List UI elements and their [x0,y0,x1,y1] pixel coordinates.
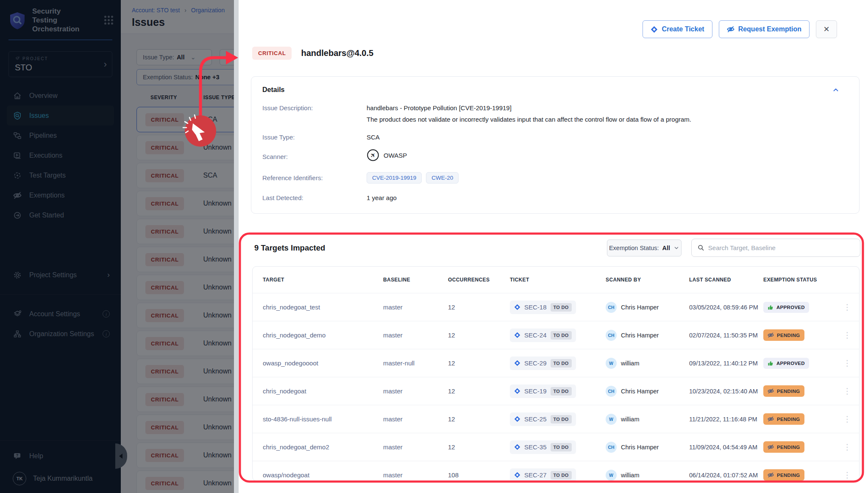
sidebar-nav: Overview Issues Pipelines Executions Tes… [0,86,121,344]
app-title: Security Testing Orchestration [32,7,87,33]
sidebar-header: Security Testing Orchestration [0,0,121,33]
issue-row[interactable]: CRITICALUnknown [136,219,234,244]
sidebar-item-exemptions[interactable]: Exemptions [7,185,114,205]
row-menu-button[interactable]: ⋮ [835,304,859,310]
sidebar-item-pipelines[interactable]: Pipelines [7,125,114,145]
severity-badge: CRITICAL [145,281,184,294]
eye-slash-icon [727,25,734,33]
issue-row[interactable]: CRITICALUnknown [136,247,234,272]
severity-badge: CRITICAL [145,141,184,154]
targets-table: TARGET BASELINE OCCURRENCES TICKET SCANN… [252,266,860,481]
breadcrumb-account[interactable]: Account: STO test [132,7,180,14]
app-window: Security Testing Orchestration PROJECT S… [0,0,868,493]
exemption-status-badge: PENDING [763,413,804,425]
search-icon [698,244,704,251]
get-started-icon [13,211,22,220]
sidebar-item-overview[interactable]: Overview [7,86,114,106]
search-input[interactable] [708,244,854,251]
issue-row[interactable]: CRITICALUnknown [136,415,234,440]
issue-row[interactable]: CRITICALSCA [136,107,234,132]
severity-badge: CRITICAL [252,47,292,60]
table-row[interactable]: chris_nodegoat master 12 SEC-19TO DO CHC… [253,377,859,405]
sidebar-item-test-targets[interactable]: Test Targets [7,165,114,185]
drawer-scrollbar[interactable] [234,0,239,493]
ticket-status-badge: TO DO [551,443,572,451]
issue-row[interactable]: CRITICALSCA [136,163,234,188]
issue-row[interactable]: CRITICALUnknown [136,275,234,300]
issue-row[interactable]: CRITICALUnknown [136,135,234,160]
ticket-status-badge: TO DO [551,471,572,479]
close-button[interactable]: ✕ [816,20,837,38]
ticket-link[interactable]: SEC-25TO DO [510,412,576,426]
ticket-link[interactable]: SEC-18TO DO [510,301,576,314]
eye-slash-icon [768,416,774,422]
executions-icon [13,151,22,160]
ticket-link[interactable]: SEC-27TO DO [510,468,576,482]
avatar: W [606,414,617,425]
sidebar-item-account-settings[interactable]: Account Settings i [7,304,114,324]
svg-text:✈: ✈ [368,150,377,159]
module-grid-icon[interactable] [104,16,113,25]
issue-row[interactable]: CRITICALUnknown [136,471,234,493]
breadcrumb-organization[interactable]: Organization [191,7,225,14]
sidebar-item-project-settings[interactable]: Project Settings › [7,265,114,285]
home-icon [13,91,22,100]
column-scanned-by: SCANNED BY [606,277,689,283]
table-row[interactable]: owasp_nodegoooot master-null 12 SEC-29TO… [253,349,859,377]
user-menu[interactable]: TK Teja Kummarikuntla [13,472,114,485]
create-ticket-button[interactable]: Create Ticket [643,20,712,38]
field-last-detected: Last Detected: 1 year ago [262,194,848,201]
issue-row[interactable]: CRITICALUnknown [136,443,234,468]
severity-badge: CRITICAL [145,169,184,182]
divider [0,294,121,295]
row-menu-button[interactable]: ⋮ [835,416,859,422]
issue-type-filter[interactable]: Issue Type: All ⌄ [136,49,212,65]
row-menu-button[interactable]: ⋮ [835,444,859,450]
target-filter[interactable]: Targ [220,49,234,65]
help-button[interactable]: Help [7,446,114,466]
table-row[interactable]: chris_nodegoat_demo master 12 SEC-24TO D… [253,321,859,349]
eye-slash-icon [13,191,22,200]
sidebar-item-get-started[interactable]: Get Started [7,205,114,225]
column-target: TARGET [263,277,383,283]
issue-row[interactable]: CRITICALUnknown [136,359,234,384]
issues-table-header: SEVERITY ISSUE TYPE [136,95,234,101]
eye-slash-icon [768,472,774,478]
sidebar-item-executions[interactable]: Executions [7,145,114,165]
table-row[interactable]: chris_nodegoat_demo2 master 12 SEC-35TO … [253,433,859,461]
collapse-section-button[interactable] [832,86,840,95]
shield-search-icon [13,111,22,120]
exemption-status-badge: PENDING [763,469,804,481]
reference-chip[interactable]: CVE-2019-19919 [367,172,422,184]
ticket-link[interactable]: SEC-24TO DO [510,329,576,342]
issue-row[interactable]: CRITICALUnknown [136,387,234,412]
issue-row[interactable]: CRITICALUnknown [136,191,234,216]
reference-chip[interactable]: CWE-20 [426,172,459,184]
row-menu-button[interactable]: ⋮ [835,472,859,478]
ticket-link[interactable]: SEC-19TO DO [510,384,576,398]
sidebar-item-issues[interactable]: Issues [7,106,114,125]
issues-page: Account: STO test › Organization Issues … [121,0,234,493]
issue-row[interactable]: CRITICALUnknown [136,303,234,328]
exemption-status-dropdown[interactable]: Exemption Status: All [607,240,682,256]
row-menu-button[interactable]: ⋮ [835,388,859,394]
issues-rows: CRITICALSCA CRITICALUnknown CRITICALSCA … [136,107,234,493]
ticket-link[interactable]: SEC-29TO DO [510,357,576,370]
info-icon: i [103,330,110,337]
request-exemption-button[interactable]: Request Exemption [719,20,810,38]
severity-badge: CRITICAL [145,225,184,238]
row-menu-button[interactable]: ⋮ [835,332,859,338]
sidebar-item-organization-settings[interactable]: Organization Settings i [7,324,114,344]
field-issue-description: Issue Description: handlebars - Prototyp… [262,104,848,111]
table-row[interactable]: sto-4836-null-issues-null master 12 SEC-… [253,405,859,433]
ticket-link[interactable]: SEC-35TO DO [510,440,576,454]
sidebar-footer: Help TK Teja Kummarikuntla [0,440,121,493]
issue-row[interactable]: CRITICALUnknown [136,331,234,356]
exemption-status-badge: PENDING [763,441,804,453]
exemption-status-filter[interactable]: Exemption Status: None +3 [136,69,234,85]
project-selector[interactable]: PROJECT STO › [8,51,112,77]
table-row[interactable]: chris_nodegoat_test master 12 SEC-18TO D… [253,293,859,321]
row-menu-button[interactable]: ⋮ [835,360,859,366]
jira-diamond-icon [514,444,520,450]
table-row[interactable]: owasp/nodegoat master 108 SEC-27TO DO Ww… [253,461,859,481]
